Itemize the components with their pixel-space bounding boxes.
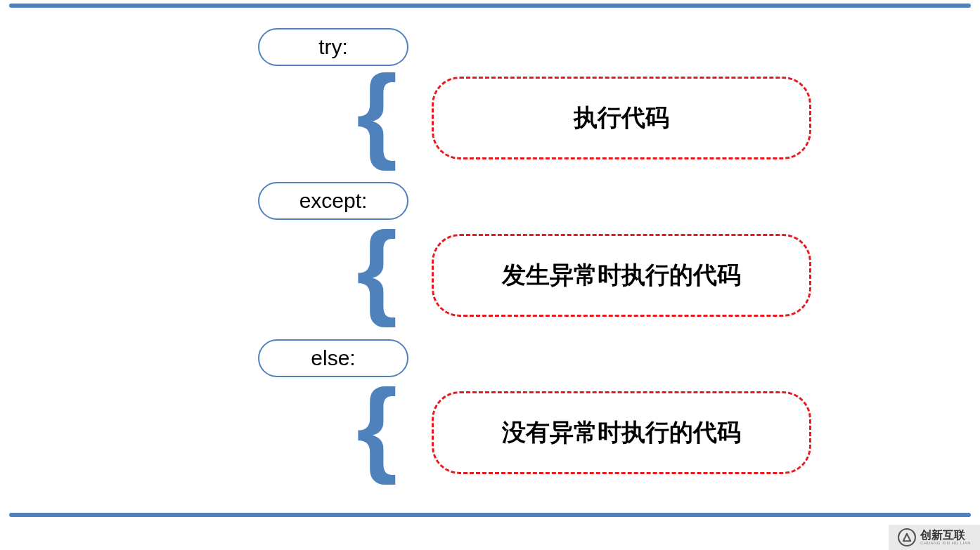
watermark-main-label: 创新互联 xyxy=(920,530,971,541)
top-rule xyxy=(9,4,971,8)
desc-try-box: 执行代码 xyxy=(432,77,811,159)
keyword-try-label: try: xyxy=(318,37,348,58)
desc-else-box: 没有异常时执行的代码 xyxy=(432,391,811,474)
svg-point-0 xyxy=(898,529,915,546)
brace-try-icon: { xyxy=(356,60,397,165)
bottom-rule xyxy=(9,513,971,517)
desc-else-label: 没有异常时执行的代码 xyxy=(502,417,741,449)
brace-else-icon: { xyxy=(356,374,397,479)
brace-except-icon: { xyxy=(356,216,397,322)
watermark: 创新互联 CHUANG XIN HU LIAN xyxy=(889,525,980,550)
desc-except-box: 发生异常时执行的代码 xyxy=(432,234,811,317)
keyword-except-label: except: xyxy=(299,190,368,211)
desc-try-label: 执行代码 xyxy=(574,102,669,134)
watermark-sub-label: CHUANG XIN HU LIAN xyxy=(920,541,971,545)
watermark-logo-icon xyxy=(898,528,916,546)
keyword-else-label: else: xyxy=(311,348,355,369)
desc-except-label: 发生异常时执行的代码 xyxy=(502,259,741,292)
watermark-text: 创新互联 CHUANG XIN HU LIAN xyxy=(920,530,971,545)
